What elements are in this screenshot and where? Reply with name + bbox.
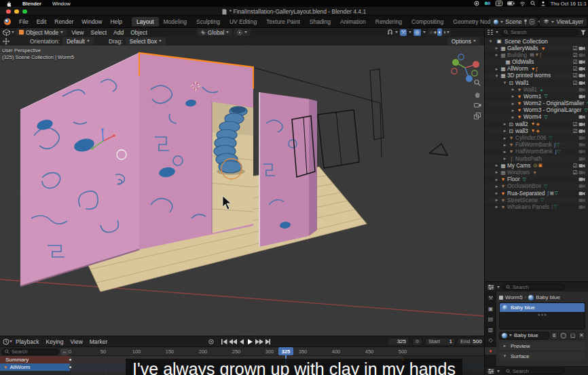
camera-visibility-icon[interactable] (578, 115, 585, 119)
outliner-item-label[interactable]: NurbsPath (515, 156, 542, 162)
outliner-item-label[interactable]: My Cams (507, 163, 531, 169)
next-keyframe-button[interactable] (255, 339, 263, 344)
camera-visibility-icon[interactable] (578, 46, 585, 51)
solid-shading-icon[interactable]: ● (433, 28, 437, 36)
outliner-row[interactable]: ▸ ▼ Worm2 - OriginalSmaller ▽ (485, 100, 588, 107)
expand-arrow[interactable]: ▸ (510, 115, 516, 120)
users-count-button[interactable]: 8 (551, 332, 558, 340)
camera-visibility-icon[interactable] (578, 122, 585, 127)
workspace-tab[interactable]: Shading (305, 17, 335, 26)
outliner-row[interactable]: ▾ ▦ 3D printed worms ☑ (485, 73, 588, 79)
proportional-edit-button[interactable]: ◎ (414, 29, 421, 36)
expand-arrow[interactable]: ▾ (502, 80, 508, 85)
properties-editor-icon[interactable] (488, 284, 494, 290)
viewport-menu-item[interactable]: Select (87, 29, 110, 36)
outliner-item-label[interactable]: Whakairo Panels (507, 204, 549, 210)
chevron-down-icon[interactable] (447, 31, 449, 33)
timeline-menu-item[interactable]: Playback (12, 338, 43, 345)
camera-visibility-icon[interactable] (578, 66, 585, 71)
gizmo-y-axis[interactable] (452, 59, 459, 66)
outliner-item-label[interactable]: GalleryWalls (507, 45, 538, 52)
outliner-item-label[interactable]: AllWorm (507, 66, 528, 72)
battery-icon[interactable] (507, 1, 515, 5)
outliner-row[interactable]: ▸ ⊡ wall3 ▼◈ ☑ (485, 127, 588, 134)
camera-visibility-icon[interactable] (578, 191, 585, 196)
outliner-row[interactable]: ▸ ▼ Floor ▽ (485, 176, 588, 183)
wifi-icon[interactable] (519, 1, 526, 6)
play-reverse-button[interactable] (240, 339, 244, 344)
outliner-row[interactable]: ▸ ⊡ wall2 ▼◈ ☑ (485, 121, 588, 127)
expand-arrow[interactable]: ▸ (510, 94, 516, 99)
outliner-row[interactable]: ▸ ▼ FullWormBank ∫▽ (485, 142, 588, 149)
options-button[interactable]: Options (447, 37, 480, 45)
jump-to-end-button[interactable] (265, 339, 270, 344)
outliner-row[interactable]: ▸ ▼ Worm4 ▽ (485, 114, 588, 121)
expand-channels-button[interactable]: ↔ (60, 349, 69, 355)
properties-tab-icon[interactable]: ▣ (485, 305, 496, 313)
channel-search[interactable]: Search (1, 349, 59, 355)
move-tool-icon[interactable] (3, 38, 10, 45)
transform-orientation-selector[interactable]: Global (197, 28, 233, 36)
pin-icon[interactable] (523, 19, 528, 24)
camera-visibility-icon[interactable] (578, 157, 585, 161)
exclude-checkbox[interactable]: ☑ (572, 121, 578, 127)
chevron-down-icon[interactable] (496, 31, 498, 33)
chevron-down-icon[interactable] (12, 31, 14, 33)
expand-arrow[interactable]: ▸ (494, 197, 500, 203)
outliner-row[interactable]: ▸ ▼ HalfWormBank ∫▽ (485, 149, 588, 155)
viewport-menu-item[interactable]: View (68, 29, 87, 36)
outliner-item-label[interactable]: Worm2 - OriginalSmaller (523, 100, 584, 106)
topbar-menu-item[interactable]: Render (50, 18, 77, 25)
play-button[interactable] (248, 339, 253, 344)
exclude-checkbox[interactable]: ☑ (572, 80, 578, 86)
editor-type-icon[interactable] (3, 29, 10, 36)
exclude-checkbox[interactable]: ☑ (572, 163, 578, 169)
chevron-down-icon[interactable] (423, 31, 426, 33)
camera-visibility-icon[interactable] (578, 73, 585, 78)
expand-arrow[interactable]: ▸ (502, 136, 508, 141)
workspace-tab[interactable]: Modeling (159, 17, 192, 26)
color-app-status-icon[interactable] (484, 1, 491, 6)
expand-arrow[interactable]: ▸ (494, 170, 500, 175)
expand-arrow[interactable]: ▸ (494, 191, 500, 196)
outliner-item-label[interactable]: Building (507, 52, 527, 58)
animation-channel-row[interactable]: Summary (0, 356, 70, 363)
timeline-editor-icon[interactable] (3, 338, 10, 345)
list-grip[interactable]: ●●● (500, 312, 585, 317)
blender-logo-icon[interactable] (4, 18, 11, 25)
camera-view-icon[interactable] (474, 102, 481, 108)
workspace-tab[interactable]: UV Editing (225, 17, 261, 26)
outliner-row[interactable]: ▦ OldWalls ☑ (485, 58, 588, 65)
chevron-down-icon[interactable] (497, 370, 500, 372)
outliner-row[interactable]: ▸ ▦ Building ▤▼∫ ☑ (485, 52, 588, 58)
camera-visibility-icon[interactable] (578, 53, 585, 58)
exclude-checkbox[interactable]: ☑ (572, 59, 578, 65)
properties-tab-icon[interactable]: ◇ (485, 336, 496, 344)
panel-expand-arrow[interactable]: ▸ (502, 343, 508, 349)
properties-tab-icon[interactable]: ▤ (485, 315, 496, 323)
unlink-material-button[interactable]: ✕ (578, 332, 585, 340)
expand-arrow[interactable]: ▸ (494, 204, 500, 210)
properties-search[interactable]: Search (502, 368, 565, 374)
outliner-editor-icon[interactable] (487, 29, 494, 35)
breadcrumb-material[interactable]: Baby blue (536, 294, 560, 300)
outliner-row[interactable]: ▸ ▦ Windows ▼ ☑ (485, 169, 588, 176)
zoom-view-icon[interactable] (474, 79, 481, 86)
macos-app-menu[interactable]: Blender (22, 1, 41, 7)
outliner-row[interactable]: ▸ ▼ Rua-Separated ∫▦▽ (485, 190, 588, 197)
exclude-checkbox[interactable]: ☑ (572, 73, 578, 79)
workspace-tab[interactable]: Compositing (407, 17, 448, 26)
scene-selector[interactable]: Scene (490, 18, 538, 26)
viewport-menu-item[interactable]: Add (110, 29, 127, 36)
exclude-checkbox[interactable]: ☑ (572, 128, 578, 134)
timeline-menu-item[interactable]: View (67, 338, 86, 345)
expand-arrow[interactable]: ▸ (494, 45, 500, 51)
expand-arrow[interactable]: ▾ (488, 39, 494, 44)
workspace-tab[interactable]: Texture Paint (261, 17, 305, 26)
outliner-item-label[interactable]: Wall1 (515, 80, 529, 86)
outliner-row[interactable]: ▸ ▦ AllWorm ▼∫ ☑ (485, 66, 588, 73)
outliner-row[interactable]: ▸ ▼ Worm1 ▽ (485, 93, 588, 100)
animation-channel-row[interactable]: ▼ AllWorm (0, 363, 70, 371)
auto-keying-button[interactable] (208, 338, 216, 345)
outliner-item-label[interactable]: Wall1 (523, 87, 537, 93)
